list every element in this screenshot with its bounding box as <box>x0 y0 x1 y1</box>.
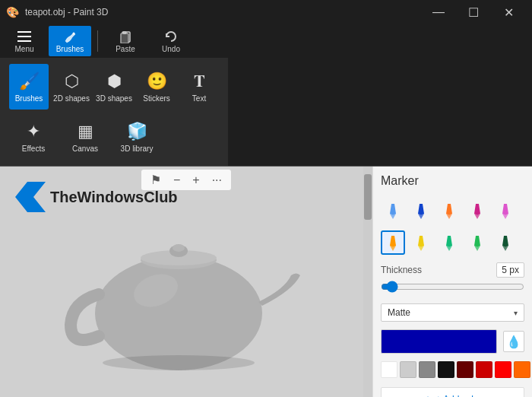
main-toolbar: Menu Brushes Paste Undo <box>0 24 532 58</box>
brush-fill1-button[interactable] <box>465 230 489 255</box>
brush-pen2-button[interactable] <box>465 198 489 223</box>
text-icon: 𝐓 <box>194 71 205 91</box>
ribbon-panel: 🖌️Brushes⬡2D shapes⬢3D shapes🙂Stickers𝐓T… <box>0 58 228 166</box>
svg-point-7 <box>95 256 262 370</box>
undo-button[interactable]: Undo <box>150 26 192 56</box>
3dlibrary-icon: 🧊 <box>127 122 147 141</box>
app-container: Menu Brushes Paste Undo 🖌️Brushes⬡2D sha… <box>0 24 532 397</box>
svg-rect-0 <box>17 31 31 33</box>
thickness-value: 5 px <box>496 262 524 278</box>
color-preview-row: 💧 <box>381 329 524 354</box>
brush-icons-row <box>381 198 524 255</box>
brush-pen-button[interactable] <box>409 198 433 223</box>
material-dropdown[interactable]: Matte ▾ <box>381 303 524 322</box>
ribbon-item-brushes[interactable]: 🖌️Brushes <box>9 64 49 110</box>
ribbon-item-canvas[interactable]: ▦Canvas <box>61 114 109 160</box>
svg-point-11 <box>173 244 185 252</box>
color-swatch[interactable] <box>457 361 473 378</box>
svg-rect-2 <box>17 40 31 42</box>
3dshapes-icon: ⬢ <box>107 71 122 91</box>
color-swatch[interactable] <box>419 361 435 378</box>
ribbon-item-2dshapes[interactable]: ⬡2D shapes <box>52 64 91 110</box>
effects-icon: ✦ <box>27 122 40 141</box>
svg-rect-6 <box>123 32 126 33</box>
color-swatch[interactable] <box>514 361 530 378</box>
titlebar: 🎨 teapot.obj - Paint 3D — ☐ ✕ <box>0 0 532 24</box>
brush-fill2-button[interactable] <box>493 230 518 255</box>
ribbon-item-text[interactable]: 𝐓Text <box>179 64 219 110</box>
material-label: Matte <box>388 307 410 318</box>
titlebar-title: teapot.obj - Paint 3D <box>19 7 421 17</box>
eyedropper-button[interactable]: 💧 <box>503 331 524 352</box>
color-preview-box[interactable] <box>381 329 497 354</box>
brush-brush1-button[interactable] <box>437 198 461 223</box>
thickness-label: Thickness <box>381 265 422 275</box>
thickness-section: Thickness 5 px <box>381 262 524 296</box>
ribbon-item-effects[interactable]: ✦Effects <box>9 114 58 160</box>
brush-marker-button[interactable] <box>381 230 405 255</box>
ribbon-item-3dshapes[interactable]: ⬢3D shapes <box>94 64 134 110</box>
color-swatch[interactable] <box>438 361 454 378</box>
plus-icon: ＋ <box>423 392 432 397</box>
right-panel: Marker Thickness 5 px Matte ▾ 💧 <box>372 167 532 397</box>
teapot-svg <box>57 184 315 382</box>
add-color-button[interactable]: ＋ + Add color <box>381 387 524 397</box>
canvas-area[interactable]: ⚑ − + ··· TheWindowsClub <box>0 167 372 397</box>
brush-pencil-button[interactable] <box>493 198 518 223</box>
paste-button[interactable]: Paste <box>104 26 147 56</box>
stickers-icon: 🙂 <box>147 71 167 91</box>
color-swatch[interactable] <box>476 361 492 378</box>
maximize-button[interactable]: ☐ <box>456 0 491 24</box>
ribbon: 🖌️Brushes⬡2D shapes⬢3D shapes🙂Stickers𝐓T… <box>0 58 532 167</box>
ribbon-item-stickers[interactable]: 🙂Stickers <box>137 64 176 110</box>
2dshapes-icon: ⬡ <box>65 71 79 91</box>
svg-rect-1 <box>17 36 31 37</box>
minimize-button[interactable]: — <box>421 0 456 24</box>
thickness-row: Thickness 5 px <box>381 262 524 278</box>
color-swatch[interactable] <box>381 361 397 378</box>
svg-point-13 <box>103 355 255 370</box>
brushes-icon: 🖌️ <box>19 71 40 91</box>
brush-eraser-button[interactable] <box>437 230 461 255</box>
svg-point-3 <box>73 32 75 34</box>
brush-pencil2-button[interactable] <box>409 230 433 255</box>
canvas-icon: ▦ <box>78 122 93 141</box>
svg-rect-5 <box>121 33 128 43</box>
content-area: ⚑ − + ··· TheWindowsClub <box>0 167 532 397</box>
brush-compass-button[interactable] <box>381 198 405 223</box>
chevron-down-icon: ▾ <box>514 309 518 317</box>
color-swatch[interactable] <box>400 361 416 378</box>
toolbar-separator <box>97 30 98 52</box>
thickness-slider[interactable] <box>381 281 524 293</box>
ribbon-item-3dlibrary[interactable]: 🧊3D library <box>112 114 161 160</box>
close-button[interactable]: ✕ <box>491 0 526 24</box>
color-swatches <box>381 361 524 380</box>
canvas-scrollbar-thumb[interactable] <box>364 174 372 220</box>
panel-title: Marker <box>381 174 524 188</box>
canvas-scrollbar[interactable] <box>363 167 372 397</box>
menu-button[interactable]: Menu <box>3 26 46 56</box>
color-swatch[interactable] <box>495 361 511 378</box>
brushes-button[interactable]: Brushes <box>49 26 91 56</box>
titlebar-controls: — ☐ ✕ <box>421 0 526 24</box>
